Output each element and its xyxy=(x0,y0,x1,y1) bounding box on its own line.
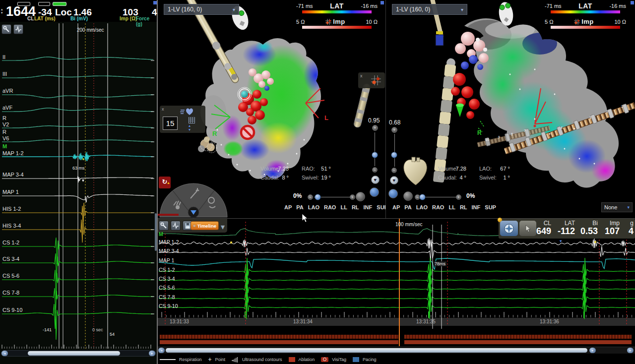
imp-color-bar xyxy=(551,26,620,29)
ecg-settings-button[interactable] xyxy=(1,24,11,34)
lead-label-cs12: CS 1-2 xyxy=(2,240,19,245)
compass-star-icon xyxy=(504,223,514,234)
zoom-slider-track[interactable] xyxy=(375,132,375,166)
orient-rl[interactable]: RL xyxy=(460,204,467,210)
zoom-in-button[interactable]: + xyxy=(391,127,397,133)
close-icon[interactable]: x xyxy=(360,74,363,78)
close-icon[interactable]: x xyxy=(162,107,164,112)
center-heart-button[interactable]: ♥ xyxy=(390,176,398,184)
chevron-down-icon[interactable]: ▾ xyxy=(221,222,225,232)
orient-ap[interactable]: AP xyxy=(392,204,400,210)
opacity-plus-button[interactable]: + xyxy=(456,194,461,200)
zoom-slider-track[interactable] xyxy=(394,134,395,167)
panel-corner-icon[interactable] xyxy=(153,1,157,4)
scroll-left-icon[interactable]: ◂ xyxy=(1,351,8,356)
orientation-heart-icon[interactable] xyxy=(404,157,427,185)
opacity-value: 0% xyxy=(466,192,475,199)
stat-g-label: g xyxy=(621,220,634,227)
shading-sphere-button[interactable] xyxy=(403,191,413,201)
opacity-plus-button[interactable]: + xyxy=(350,194,355,200)
orient-ll[interactable]: LL xyxy=(448,204,455,210)
legend-respiration: Respiration xyxy=(179,357,202,362)
signal-config-button[interactable] xyxy=(13,24,23,34)
grid-icon[interactable] xyxy=(189,117,195,123)
segmented-catheter xyxy=(433,58,457,183)
orient-ap[interactable]: AP xyxy=(284,204,292,210)
chevron-down-icon: ▾ xyxy=(461,7,463,12)
visitag-panel-icon[interactable] xyxy=(371,75,381,85)
realtime-ecg-panel: ▴▾ 1644 CL -34 LAT (ms) Loc 1.46 Bi (mV)… xyxy=(0,0,158,364)
map-orientation-sphere-button[interactable] xyxy=(388,189,398,198)
swivel-value: 19 ° xyxy=(315,175,331,181)
scroll-right-icon[interactable]: ▸ xyxy=(149,351,155,356)
projection-nav-button[interactable] xyxy=(500,221,518,236)
sweep-speed-label: 100 mm/sec xyxy=(395,222,422,227)
coloring-dropdown[interactable]: None ▾ xyxy=(601,202,633,212)
timeline-scrollbar[interactable]: ◂ ▸ ▸ xyxy=(158,347,635,354)
opacity-slider-handle[interactable] xyxy=(315,194,321,200)
ecg-vertical-scroll-thumb[interactable] xyxy=(155,213,157,251)
ablation-alert-icon[interactable]: ↻▲ xyxy=(159,177,171,188)
orient-sup[interactable]: SUP xyxy=(485,204,496,210)
svg-text:8: 8 xyxy=(511,132,513,136)
zoom-out-button[interactable]: − xyxy=(391,168,397,173)
timeline-review-panel: Timeline ▾ 100 mm/sec CL649 LAT-112 Bi0.… xyxy=(158,218,635,364)
orient-rao[interactable]: RAO xyxy=(324,204,336,210)
lead-label-map1: MAP 1 xyxy=(159,257,174,263)
zoom-out-button[interactable]: − xyxy=(372,167,378,173)
cl-spinner[interactable]: ▴▾ xyxy=(1,7,3,14)
timeline-scroll-thumb[interactable] xyxy=(166,348,587,353)
opacity-slider-handle[interactable] xyxy=(419,194,426,200)
timeline-mode-button[interactable]: Timeline xyxy=(190,221,219,230)
timestamp-1: 13:31:33 xyxy=(170,319,189,324)
panel-corner-icon[interactable] xyxy=(381,1,384,4)
scroll-page-icon[interactable]: ▸ xyxy=(589,348,596,353)
lat-scale-min: -71 ms xyxy=(296,3,313,9)
orient-ll[interactable]: LL xyxy=(340,204,347,210)
imp-scale-min: 5 Ω xyxy=(296,19,305,25)
opacity-slider-track[interactable] xyxy=(421,197,457,197)
ablation-power-bar xyxy=(404,340,632,344)
gating-beats-value[interactable]: 15 xyxy=(163,117,178,130)
lead-label-iii: III xyxy=(2,71,7,77)
map-orientation-sphere-button[interactable] xyxy=(370,187,379,197)
scroll-left-icon[interactable]: ◂ xyxy=(158,348,165,353)
map-selector-dropdown-right[interactable]: 1-LV (160, 0) ▾ xyxy=(392,4,467,15)
projection-value: 67 ° xyxy=(494,166,510,172)
timeline-settings-button[interactable] xyxy=(159,221,169,231)
view-compass[interactable] xyxy=(160,183,227,218)
opacity-minus-button[interactable]: − xyxy=(308,194,313,200)
lead-label-avf: aVF xyxy=(2,105,12,111)
orient-inf[interactable]: INF xyxy=(364,204,373,210)
zoom-slider-handle[interactable] xyxy=(372,152,378,158)
orient-sup[interactable]: SUP xyxy=(377,204,386,210)
orient-rl[interactable]: RL xyxy=(352,204,359,210)
lv-map-3d-scene-right[interactable]: 10 9 8 7 4 3 2 1 R xyxy=(386,0,635,218)
orient-pa[interactable]: PA xyxy=(296,204,303,210)
force-gauge xyxy=(53,2,66,6)
signal-config-button[interactable] xyxy=(171,221,181,231)
shading-sphere-button[interactable] xyxy=(356,192,365,201)
gating-steppers[interactable]: ▴▾ xyxy=(189,124,190,132)
ecg-scroll-thumb[interactable] xyxy=(28,351,120,356)
no-reentry-marker xyxy=(241,126,254,139)
lead-label-cs910: CS 9-10 xyxy=(2,307,22,313)
panel-corner-icon[interactable] xyxy=(631,1,634,4)
ecg-horizontal-scrollbar[interactable]: ◂ ▸ xyxy=(1,350,156,357)
orient-lao[interactable]: LAO xyxy=(308,204,319,210)
loc-label[interactable]: Loc xyxy=(55,7,72,18)
lead-label-cs910: CS 9-10 xyxy=(159,303,178,309)
map-selector-dropdown-left[interactable]: 1-LV (160, 0) ▾ xyxy=(164,4,239,15)
timeline-button-label: Timeline xyxy=(197,223,216,229)
center-heart-button[interactable]: ♥ xyxy=(371,176,380,184)
orient-rao[interactable]: RAO xyxy=(432,204,444,210)
stat-g-value: 4 xyxy=(621,227,634,236)
stats-collapse-chevron[interactable]: ▾ xyxy=(560,239,562,243)
zoom-slider-handle[interactable] xyxy=(391,152,397,158)
orient-pa[interactable]: PA xyxy=(404,204,411,210)
stat-cl-value: 649 xyxy=(529,227,551,236)
orient-lao[interactable]: LAO xyxy=(416,204,428,210)
zoom-in-button[interactable]: + xyxy=(372,125,378,131)
scroll-right-icon[interactable]: ▸ xyxy=(627,348,634,353)
orient-inf[interactable]: INF xyxy=(472,204,481,210)
